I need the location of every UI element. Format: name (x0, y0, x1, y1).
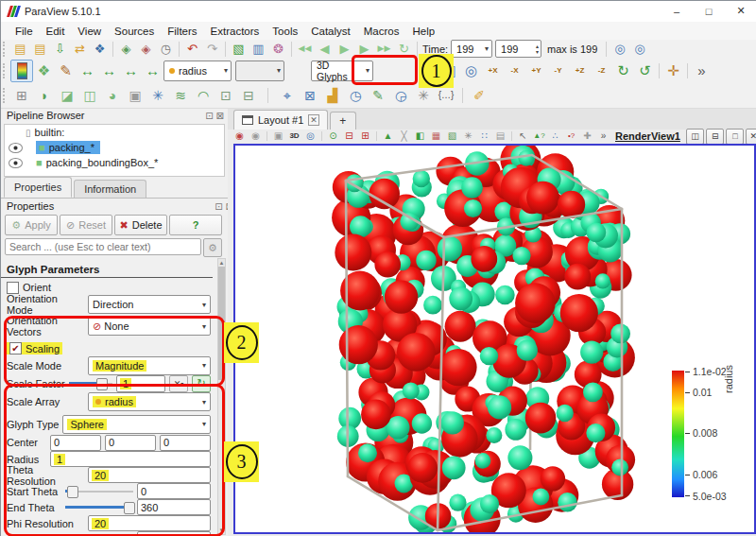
first-frame-icon[interactable]: ◀◀ (295, 41, 315, 58)
select-cells-through-icon[interactable]: ⊞ (357, 130, 373, 143)
interactive-zoom-icon[interactable]: ◎ (302, 130, 318, 143)
center-x-field[interactable]: 0 (50, 435, 101, 451)
maximize-button[interactable]: □ (693, 1, 725, 21)
reset-to-data-icon[interactable]: ↻ (192, 375, 211, 392)
auto-apply-icon[interactable]: ▧ (229, 41, 249, 58)
adjust-color-range-icon[interactable]: ▥ (249, 41, 268, 58)
tab-information[interactable]: Information (74, 180, 146, 198)
menu-extractors[interactable]: Extractors (204, 24, 266, 39)
clear-selection-icon[interactable]: ▤ (492, 130, 508, 143)
close-panel-icon[interactable]: ⊠ (216, 111, 224, 121)
group-datasets-icon[interactable]: ⊡ (215, 86, 237, 105)
split-horizontal-button[interactable]: ◫ (686, 129, 704, 145)
view-minus-y-icon[interactable]: -Y (547, 61, 569, 81)
zoom-to-data-icon[interactable]: ◎ (460, 61, 482, 81)
slice-icon[interactable]: ◫ (78, 86, 101, 105)
tab-layout-1[interactable]: Layout #1 ✕ (233, 110, 328, 130)
scale-array-combo[interactable]: radius ▾ (88, 392, 211, 411)
start-theta-slider[interactable] (65, 485, 133, 497)
catalyst-disconnect-icon[interactable]: ◈ (136, 41, 156, 58)
theta-resolution-field[interactable]: 20 (88, 467, 211, 483)
toolbar-grip[interactable] (3, 42, 9, 57)
viewbar-overflow-icon[interactable]: » (595, 130, 611, 143)
component-combo[interactable]: ▾ (235, 61, 284, 81)
time-spinbox[interactable]: 199 ▴▾ (495, 40, 541, 58)
selection-tooltip-icon[interactable]: •? (563, 130, 579, 143)
undo-icon[interactable]: ↶ (182, 41, 202, 58)
menu-help[interactable]: Help (405, 24, 441, 39)
scrollbar-thumb[interactable] (218, 267, 225, 380)
minimize-button[interactable]: – (661, 1, 693, 21)
programmable-filter-icon[interactable]: {…} (435, 86, 457, 105)
warp-by-vector-icon[interactable]: ◠ (192, 86, 215, 105)
scaling-checkbox[interactable]: ✔ (9, 342, 22, 354)
view-plus-z-icon[interactable]: +Z (569, 61, 591, 81)
capture-screenshot-icon[interactable]: ▣ (270, 130, 286, 143)
histogram-icon[interactable]: ▟ (321, 86, 344, 105)
loop-icon[interactable]: ↻ (394, 41, 414, 58)
select-points-on-icon[interactable]: ⊟ (341, 130, 357, 143)
delete-button[interactable]: ✖Delete (114, 215, 167, 235)
open-data-icon[interactable]: ▤ (10, 41, 30, 58)
end-theta-slider[interactable] (65, 501, 133, 513)
pick-center-icon[interactable]: ↖ (515, 130, 531, 143)
threshold-icon[interactable]: ◕ (101, 86, 124, 105)
rescale-data-range-icon[interactable]: ↔ (77, 61, 98, 81)
tab-properties[interactable]: Properties (4, 177, 72, 198)
rotate-90-cw-icon[interactable]: ↻ (612, 61, 634, 81)
maximize-view-button[interactable]: □ (726, 129, 744, 145)
split-vertical-button[interactable]: ⊟ (706, 129, 724, 145)
hover-points-icon[interactable]: ✳ (460, 130, 476, 143)
color-array-combo[interactable]: radius ▾ (163, 61, 232, 81)
cell-tooltip-icon[interactable]: ▲? (531, 130, 547, 143)
interactive-select-points-icon[interactable]: ▦ (428, 130, 444, 143)
start-phi-field[interactable]: 0 (137, 531, 211, 536)
float-panel-icon[interactable]: ⊡ (205, 111, 213, 121)
extract-selection-icon[interactable]: ⊠ (299, 86, 321, 105)
close-view-button[interactable]: ✕ (746, 129, 756, 145)
glyph-type-combo[interactable]: Sphere ▾ (62, 415, 211, 434)
camera-zoom-icon[interactable]: ◎ (610, 41, 629, 58)
last-frame-icon[interactable]: ▶▶ (374, 41, 394, 58)
toolbar-grip[interactable] (3, 63, 9, 78)
color-legend-toggle-icon[interactable] (10, 60, 33, 82)
reset-button[interactable]: ⊘Reset (60, 215, 112, 235)
edit-camera-icon[interactable]: ◉ (232, 130, 248, 143)
extract-subset-icon[interactable]: ▣ (124, 86, 146, 105)
representation-combo[interactable]: 3D Glyphs ▾ (311, 61, 373, 81)
rescale-custom-range-icon[interactable]: ↔ (98, 61, 120, 81)
start-theta-field[interactable]: 0 (137, 483, 211, 499)
undo-camera-icon[interactable]: ◉ (248, 130, 264, 143)
scale-mode-combo[interactable]: Magnitude ▾ (88, 356, 211, 375)
visibility-eye-icon[interactable] (9, 143, 23, 153)
calculator-icon[interactable]: ⊞ (10, 86, 33, 105)
connect-server-icon[interactable]: ⇄ (70, 41, 90, 58)
interactive-select-cells-icon[interactable]: ◧ (412, 130, 428, 143)
clear-scale-factor-icon[interactable]: ✕▾ (169, 375, 188, 392)
color-palette-icon[interactable]: ❂ (268, 41, 288, 58)
menu-catalyst[interactable]: Catalyst (304, 24, 357, 39)
close-button[interactable]: ✕ (725, 1, 756, 21)
render-view[interactable]: 1.1e-02 0.01 0.008 0.006 5.0e-03 radius (233, 144, 756, 534)
next-frame-icon[interactable]: ▶ (354, 41, 374, 58)
plot-selection-over-time-icon[interactable]: ◶ (389, 86, 412, 105)
add-annotation-icon[interactable]: ✚ (579, 130, 595, 143)
pipeline-item-packing[interactable]: ■ packing_* (5, 140, 224, 155)
menu-view[interactable]: View (71, 24, 108, 39)
menu-tools[interactable]: Tools (266, 24, 304, 39)
zoom-to-box-icon[interactable]: ▣ (438, 61, 460, 81)
view-minus-z-icon[interactable]: -Z (591, 61, 612, 81)
ruler-icon[interactable]: ✐ (468, 86, 490, 105)
menu-edit[interactable]: Edit (40, 24, 72, 39)
center-axes-icon[interactable]: ✛ (662, 61, 684, 81)
add-layout-tab[interactable]: + (330, 112, 356, 130)
help-button[interactable]: ? (169, 215, 222, 235)
save-data-icon[interactable]: ⇩ (50, 41, 70, 58)
orientation-mode-combo[interactable]: Direction ▾ (88, 295, 211, 314)
search-options-gear-icon[interactable]: ⚙ (203, 238, 222, 257)
select-cells-on-icon[interactable]: ⊙ (325, 130, 341, 143)
phi-resolution-field[interactable]: 20 (88, 515, 211, 531)
search-input[interactable] (5, 238, 201, 255)
python-calculator-icon[interactable]: ✎ (367, 86, 389, 105)
visibility-eye-icon[interactable] (9, 158, 23, 168)
